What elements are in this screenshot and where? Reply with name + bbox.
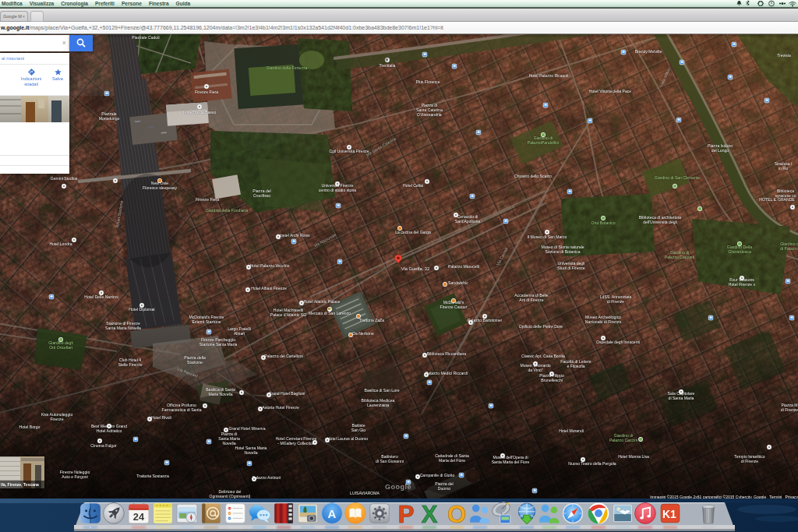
svg-text:Hotel Vittoria della Pace: Hotel Vittoria della Pace [589, 89, 631, 93]
svg-text:Via Santa Caterina: Via Santa Caterina [365, 136, 397, 157]
svg-text:Firenze Fiera: Firenze Fiera [196, 197, 219, 202]
svg-text:P: P [398, 502, 415, 525]
svg-text:Plus Florence: Plus Florence [415, 79, 440, 84]
svg-text:Biblioteca MediceaLaurenziana: Biblioteca MediceaLaurenziana [362, 398, 395, 407]
svg-text:Piazza delCrocifisso: Piazza delCrocifisso [252, 188, 271, 198]
svg-text:Trattoria ZaZa: Trattoria ZaZa [359, 318, 384, 322]
svg-text:Binari Stazione: Binari Stazione [115, 200, 124, 228]
svg-text:Hotel Cellai: Hotel Cellai [403, 183, 423, 188]
svg-text:BattisteSan Gio: BattisteSan Gio [351, 423, 366, 432]
svg-text:Hotel Albani Firenze: Hotel Albani Firenze [251, 286, 287, 291]
svg-text:Trenitalia: Trenitalia [380, 63, 396, 68]
svg-text:Hotel Laurus al Duomo: Hotel Laurus al Duomo [327, 436, 368, 441]
svg-text:Museo di Storia naturaleSezion: Museo di Storia naturaleSezione di Botan… [541, 245, 584, 254]
svg-text:K1: K1 [662, 508, 676, 520]
svg-text:Brandy Melville: Brandy Melville [635, 49, 662, 54]
svg-text:Nuovo Teatro della Pergola: Nuovo Teatro della Pergola [568, 461, 616, 466]
svg-text:Biblioteca di architetturadell: Biblioteca di architetturadell'Universit… [639, 215, 682, 224]
svg-text:Piazza dellaStazione: Piazza dellaStazione [184, 355, 206, 365]
svg-text:Siracusa iin Flo: Siracusa iin Flo [775, 161, 792, 171]
svg-text:Grand Hotel Baglioni: Grand Hotel Baglioni [268, 391, 305, 396]
svg-text:Museo ArcheologicoNazionale di: Museo ArcheologicoNazionale di Firenze [585, 315, 622, 324]
svg-text:Hotel Cerretani Firenze- MGall: Hotel Cerretani Firenze- MGallery Collec… [276, 436, 317, 446]
svg-text:Hotel Santa MariaNovella: Hotel Santa MariaNovella [235, 446, 267, 455]
svg-text:Accademia di BelleArti di Fire: Accademia di BelleArti di Firenze [514, 293, 548, 302]
svg-text:Classic Apt. Casa Bonita: Classic Apt. Casa Bonita [521, 354, 565, 358]
svg-text:Hotel Palazzo Ricasoli: Hotel Palazzo Ricasoli [529, 73, 569, 78]
svg-text:Piazza delDuomo: Piazza delDuomo [435, 481, 454, 491]
svg-text:O: O [447, 502, 466, 525]
svg-text:Museo dell'Opera diSanta Maria: Museo dell'Opera diSanta Maria del Fiore [492, 455, 530, 464]
svg-text:Hotel Monna Lisa: Hotel Monna Lisa [618, 454, 649, 459]
svg-text:Delizioso deiOgnissanti (Ognis: Delizioso deiOgnissanti (Ognissanti) [210, 489, 251, 499]
svg-text:Astoria Hotel Firenze: Astoria Hotel Firenze [262, 405, 299, 410]
svg-text:La cucina del Garga: La cucina del Garga [395, 230, 431, 234]
svg-text:Giardino della Fortezza: Giardino della Fortezza [267, 65, 308, 70]
svg-text:Piazza Isidorodel Lungo: Piazza Isidorodel Lungo [708, 143, 733, 153]
svg-text:Mercato di San Lorenzo: Mercato di San Lorenzo [309, 311, 351, 315]
svg-text:Palazzo Marucelli: Palazzo Marucelli [448, 264, 479, 269]
svg-text:Orto Botanico: Orto Botanico [591, 220, 615, 225]
svg-text:Firenze ParcheggioStazione San: Firenze ParcheggioStazione Santa Maria [200, 337, 238, 347]
svg-text:Giardino di San Clemente: Giardino di San Clemente [655, 175, 700, 180]
svg-text:Hostel Archi Rossi: Hostel Archi Rossi [277, 233, 309, 238]
svg-text:Via Panzani: Via Panzani [177, 367, 199, 379]
svg-text:Biblioteca Riccardiana: Biblioteca Riccardiana [427, 351, 467, 356]
svg-text:Sandwichic: Sandwichic [448, 280, 468, 285]
svg-text:Cenacolo diSant'Apollonia: Cenacolo diSant'Apollonia [455, 214, 481, 224]
svg-text:Palazzo Antinori: Palazzo Antinori [252, 475, 281, 480]
svg-text:Hotel Borgo: Hotel Borgo [19, 425, 41, 429]
svg-text:Cinema Fulgor: Cinema Fulgor [90, 443, 117, 448]
svg-text:Hotel Londra: Hotel Londra [49, 241, 72, 246]
svg-text:Giardino della Fondiaria: Giardino della Fondiaria [206, 208, 248, 213]
svg-text:Kiss AutonoleggioFirenze: Kiss AutonoleggioFirenze [41, 412, 73, 421]
svg-text:Palazzo Medici Riccardi: Palazzo Medici Riccardi [425, 371, 468, 375]
svg-text:Gemini Studios: Gemini Studios [51, 176, 78, 181]
svg-text:Club Hotel 4Stelle Firenze: Club Hotel 4Stelle Firenze [118, 358, 142, 367]
svg-text:LdSS. Annunziatadi Firenze: LdSS. Annunziatadi Firenze [600, 294, 632, 304]
svg-text:Hotel Atlantic Palace: Hotel Atlantic Palace [304, 299, 341, 304]
svg-text:Largo FratelliAlinari: Largo FratelliAlinari [228, 326, 251, 336]
svg-text:Firenze NoleggioAuto e Furgoni: Firenze NoleggioAuto e Furgoni [60, 470, 90, 479]
svg-text:Hotel MachiavelliPalace d'Atla: Hotel MachiavelliPalace d'Atlantic SG [270, 308, 306, 317]
svg-text:Piazza diSanta CaterinaD'Aless: Piazza diSanta CaterinaD'Alessandria [416, 103, 443, 117]
svg-text:Piazzale Caduti: Piazzale Caduti [132, 35, 159, 40]
svg-text:PiazzaleMontelungo: PiazzaleMontelungo [99, 111, 120, 121]
svg-text:Opificio delle Pietre Dure: Opificio delle Pietre Dure [519, 324, 563, 329]
svg-text:Bibliotecasyracuse co: Bibliotecasyracuse co [775, 188, 796, 198]
svg-text:Cattedrale di SantaMaria del F: Cattedrale di SantaMaria del Fiore [435, 453, 469, 463]
svg-text:Trevisia: Trevisia [777, 53, 791, 58]
svg-text:Hotel Morandi: Hotel Morandi [559, 428, 584, 433]
svg-text:Officina ProfumoFarmaceutica d: Officina ProfumoFarmaceutica di Santa [162, 403, 202, 412]
svg-text:X: X [422, 502, 438, 525]
svg-text:Giardino diPalazzo Caccini: Giardino diPalazzo Caccini [609, 433, 637, 442]
svg-text:24: 24 [133, 511, 145, 523]
svg-text:Il Museo di San Marco: Il Museo di San Marco [528, 234, 567, 239]
svg-text:Fortezza da Basso: Fortezza da Basso [183, 110, 217, 115]
svg-text:Giardino ddi Palazzo: Giardino ddi Palazzo [780, 241, 798, 251]
svg-text:Firenze Fiera: Firenze Fiera [195, 90, 218, 94]
svg-text:Via Guelfa, 32: Via Guelfa, 32 [401, 266, 430, 271]
svg-text:Da Nerbone: Da Nerbone [352, 331, 374, 336]
svg-text:Basilica di San Lore: Basilica di San Lore [364, 388, 399, 393]
svg-text:A: A [328, 507, 337, 520]
svg-text:Piazza diSanta MariaNovella: Piazza diSanta MariaNovella [218, 432, 240, 446]
svg-text:Basilica di SantaMaria Novella: Basilica di SantaMaria Novella [206, 387, 235, 396]
svg-text:Piazza Mdi Firenze: Piazza Mdi Firenze [781, 403, 798, 412]
svg-text:Palazzo dei Cartelloni: Palazzo dei Cartelloni [264, 354, 302, 358]
svg-text:Facoltà di Letteree Filosofia: Facoltà di Letteree Filosofia [560, 359, 591, 368]
svg-text:Hotel Rivoli: Hotel Rivoli [151, 415, 171, 420]
svg-text:Battisterodi San Giovanni: Battisterodi San Giovanni [376, 454, 404, 463]
svg-text:Via Nazionale: Via Nazionale [313, 232, 337, 248]
svg-text:Trattoria Sostanza: Trattoria Sostanza [136, 474, 169, 478]
svg-text:Chiostro dello Scalzo: Chiostro dello Scalzo [514, 174, 552, 178]
svg-text:Campanile di Giotto: Campanile di Giotto [420, 473, 455, 477]
svg-text:Giardino diPalazzo Capponi: Giardino diPalazzo Capponi [665, 250, 695, 259]
svg-text:McDonald's FirenzeExterni Staz: McDonald's FirenzeExterni Stazione [189, 315, 224, 324]
svg-text:Grand Hotel Minerva: Grand Hotel Minerva [229, 426, 266, 431]
svg-text:LUISAVIAROMA: LUISAVIAROMA [350, 491, 380, 495]
svg-text:Via Cavour: Via Cavour [496, 246, 509, 266]
svg-text:Stazione di FirenzeSanta Maria: Stazione di FirenzeSanta Maria Novella [105, 321, 141, 330]
svg-text:Viale Milton: Viale Milton [659, 67, 672, 88]
svg-text:Università degliStudi di Firen: Università degliStudi di Firenze [557, 261, 585, 270]
